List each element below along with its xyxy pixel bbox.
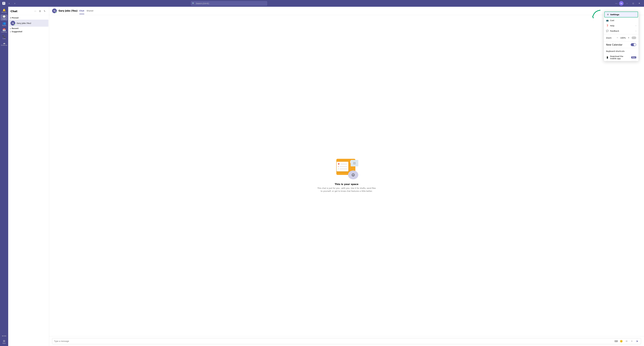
welcome-illustration: ▶ ♥ ✕ ✓ 🖼 ☺	[335, 159, 358, 179]
avatar-button[interactable]: GJ	[619, 1, 624, 6]
titlebar-right: ⋯ GJ − ◻ ✕	[614, 1, 642, 6]
filter-button[interactable]: ☰	[38, 9, 42, 13]
feedback-icon: 💬	[606, 30, 608, 32]
chat-body: ▶ ♥ ✕ ✓ 🖼 ☺	[49, 15, 644, 336]
suggested-chevron: ►	[10, 31, 11, 33]
zoom-in-button[interactable]: +	[627, 36, 630, 40]
more-options-chat-button[interactable]: ⋯	[33, 9, 37, 13]
help-icon: ❓	[606, 25, 608, 27]
format-button[interactable]: ⌨	[614, 339, 618, 343]
apps-icon: ⊞	[3, 340, 5, 342]
help-label: Help	[610, 25, 614, 27]
pinned-section-header[interactable]: ▼ Pinned	[8, 16, 49, 20]
settings-menu-item[interactable]: ⚙ Settings	[604, 12, 638, 18]
download-item-left: 📱 Download the mobile app New	[606, 55, 636, 60]
search-icon: 🔍	[192, 2, 194, 5]
recent-label: Recent	[12, 27, 18, 30]
chat-header: GJ Gary Jobs (You) Chat Shared	[49, 7, 644, 15]
zoom-label: Zoom	[606, 37, 612, 39]
divider-1	[604, 34, 638, 34]
new-calendar-label: New Calendar	[606, 43, 622, 46]
welcome-description: This chat is just for you...with you. Us…	[317, 187, 376, 192]
zoom-out-button[interactable]: −	[616, 36, 619, 40]
cast-menu-item[interactable]: 📺 Cast	[604, 18, 638, 23]
feedback-menu-item[interactable]: 💬 Feedback ›	[604, 28, 638, 34]
sidebar-item-calls[interactable]: 📞 Calls	[0, 34, 8, 40]
message-input[interactable]	[54, 338, 613, 344]
teams-logo: T	[2, 1, 6, 6]
cast-icon: 📺	[606, 19, 608, 22]
teams-icon: 👥	[2, 22, 6, 25]
contact-name: Gary Jobs (You)	[17, 22, 31, 24]
search-bar: 🔍	[191, 1, 267, 6]
search-input[interactable]	[191, 1, 267, 6]
more-icon: •••	[2, 335, 6, 337]
chat-status-badge	[56, 12, 57, 13]
suggested-section-header[interactable]: ► Suggested	[8, 30, 49, 33]
sidebar-title: Chat	[10, 10, 18, 13]
new-badge: New	[631, 56, 636, 59]
new-calendar-toggle[interactable]	[631, 43, 636, 46]
heart-icon: ♥	[338, 163, 340, 165]
sidebar-item-calendar[interactable]: 📅 Calendar	[0, 28, 8, 34]
calls-label: Calls	[2, 38, 6, 40]
zoom-controls: − 100% +	[616, 36, 636, 40]
close-button[interactable]: ✕	[636, 1, 642, 6]
recent-section-header[interactable]: ► Recent	[8, 27, 49, 30]
keyboard-shortcuts-menu-item[interactable]: Keyboard shortcuts	[604, 49, 638, 54]
divider-3	[604, 48, 638, 48]
svg-text:T: T	[3, 2, 4, 5]
restore-button[interactable]: ◻	[630, 1, 636, 6]
download-app-menu-item[interactable]: 📱 Download the mobile app New	[604, 54, 638, 61]
calendar-icon: 📅	[2, 29, 6, 31]
sidebar-item-apps[interactable]: ⊞ Apps	[0, 339, 8, 345]
sidebar-item-teams[interactable]: 👥 Teams	[0, 21, 8, 27]
nav-forward-button[interactable]: ›	[12, 1, 17, 6]
send-button[interactable]: ➤	[635, 339, 639, 343]
compose-button[interactable]: ✎	[42, 9, 47, 13]
help-item-left: ❓ Help	[606, 25, 614, 27]
attach-button[interactable]: +	[630, 339, 634, 343]
list-item[interactable]: GJ Gary Jobs (You)	[9, 20, 48, 27]
chat-avatar-initials: GJ	[54, 10, 55, 12]
tab-shared[interactable]: Shared	[87, 10, 94, 12]
activity-icon: 🔔	[2, 9, 6, 12]
minimize-button[interactable]: −	[624, 1, 630, 6]
welcome-title: This is your space	[335, 183, 358, 186]
chat-tabs: Chat Shared	[79, 10, 94, 12]
illustration-bubble: ☺	[348, 171, 358, 179]
suggested-label: Suggested	[12, 31, 22, 33]
settings-label: Settings	[610, 14, 619, 16]
loop-button[interactable]: ♾	[624, 339, 629, 343]
more-options-button[interactable]: ⋯	[614, 1, 618, 6]
onedrive-label: OneDrive	[1, 45, 7, 46]
rail-more-button[interactable]: •••	[0, 334, 8, 338]
avatar-initials: GJ	[12, 22, 14, 24]
dropdown-menu: ⚙ Settings 📺 Cast ❓ Help › 💬 Feedback › …	[604, 11, 639, 61]
sidebar-item-activity[interactable]: 🔔 Activity	[0, 8, 8, 14]
calendar-label: Calendar	[1, 32, 7, 33]
sidebar-item-chat[interactable]: 💬 Chat	[0, 15, 8, 21]
sidebar-body: ▼ Pinned GJ Gary Jobs (You) ► Recent ► S…	[8, 15, 49, 346]
nav-back-button[interactable]: ‹	[7, 1, 12, 6]
feedback-chevron-icon: ›	[636, 30, 636, 32]
tab-chat[interactable]: Chat	[79, 10, 84, 12]
help-menu-item[interactable]: ❓ Help ›	[604, 23, 638, 28]
titlebar: T ‹ › 🔍 ⋯ GJ − ◻ ✕	[0, 0, 644, 7]
zoom-value: 100%	[620, 37, 626, 39]
x-icon: ✕	[338, 166, 339, 167]
apps-label: Apps	[2, 343, 6, 344]
check-icon: ✓	[338, 168, 339, 170]
chat-header-name: Gary Jobs (You)	[58, 10, 78, 12]
message-input-box: ⌨ 🙂 ♾ + ➤	[52, 338, 641, 344]
emoji-button[interactable]: 🙂	[619, 339, 623, 343]
status-badge	[14, 24, 15, 26]
zoom-toggle[interactable]	[632, 37, 636, 39]
illustration-image: 🖼	[351, 160, 358, 166]
left-rail: 🔔 Activity 💬 Chat 👥 Teams 📅 Calendar 📞 C…	[0, 7, 8, 346]
sidebar-item-onedrive[interactable]: ☁ OneDrive	[0, 41, 8, 47]
feedback-label: Feedback	[610, 30, 619, 32]
keyboard-item-left: Keyboard shortcuts	[606, 50, 624, 52]
chat-sidebar: Chat ⋯ ☰ ✎ ▼ Pinned GJ Gary Jobs (You) ►	[8, 7, 49, 346]
mobile-icon: 📱	[606, 56, 608, 59]
